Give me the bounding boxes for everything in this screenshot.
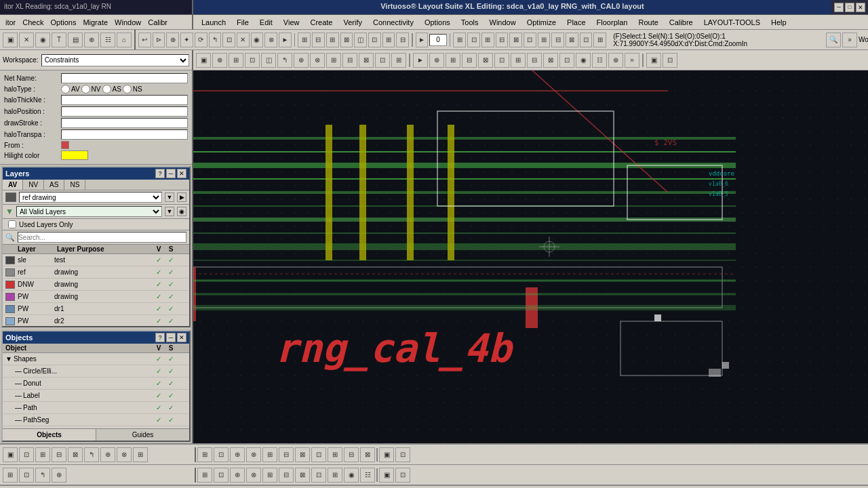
tb-zoom-7[interactable]: ⊞ (382, 33, 395, 47)
tb-nav-6[interactable]: ⊠ (509, 33, 522, 47)
halo-as[interactable]: AS (102, 85, 121, 94)
tb-nav-4[interactable]: ⊞ (481, 33, 494, 47)
tb2-20[interactable]: ⊞ (511, 53, 526, 68)
bot-main-1[interactable]: ⊞ (197, 447, 212, 462)
tb-zoom-1[interactable]: ⊞ (298, 33, 311, 47)
tb2-5[interactable]: ◫ (261, 53, 276, 68)
menu-verify[interactable]: Verify (338, 17, 368, 28)
menu-create[interactable]: Create (304, 17, 338, 28)
tb-zoom-2[interactable]: ⊟ (312, 33, 325, 47)
tb-icon-3[interactable]: ◉ (35, 33, 50, 47)
left-menu-calibr[interactable]: Calibr (145, 17, 170, 28)
tb-nav-1[interactable]: ► (416, 33, 429, 47)
tb-nav-2[interactable]: ⊞ (453, 33, 466, 47)
tb2-13[interactable]: ⊞ (391, 53, 406, 68)
search-tb-icon[interactable]: 🔍 (826, 33, 841, 47)
obj-donut[interactable]: — Donut ✓ ✓ (3, 378, 189, 390)
tb-icon-6[interactable]: ⊕ (84, 33, 99, 47)
bot2-main-2[interactable]: ⊡ (214, 468, 229, 483)
search-layers-input[interactable] (18, 232, 186, 243)
tb2-15[interactable]: ⊕ (429, 53, 444, 68)
menu-edit[interactable]: Edit (254, 17, 278, 28)
halo-nv[interactable]: NV (81, 85, 101, 94)
layer-row-dnw[interactable]: DNW drawing ✓ ✓ (3, 279, 189, 291)
tb2-22[interactable]: ⊠ (543, 53, 558, 68)
tb2-11[interactable]: ⊠ (359, 53, 374, 68)
net-name-input[interactable] (61, 73, 188, 83)
tb-extra[interactable]: » (842, 33, 857, 47)
bot2-main-3[interactable]: ⊕ (230, 468, 245, 483)
layers-tab-av[interactable]: AV (3, 180, 23, 190)
tb2-10[interactable]: ⊟ (342, 53, 357, 68)
tb-zoom-5[interactable]: ◫ (354, 33, 367, 47)
filter-expand-btn[interactable]: ▼ (165, 207, 174, 216)
menu-file[interactable]: File (231, 17, 254, 28)
menu-launch[interactable]: Launch (196, 17, 231, 28)
bot2-tb-4[interactable]: ⊕ (52, 468, 66, 483)
tb2-16[interactable]: ⊞ (446, 53, 460, 68)
bot2-main-1[interactable]: ⊞ (197, 468, 212, 483)
used-layers-checkbox[interactable] (8, 220, 16, 228)
bot2-main-9[interactable]: ⊞ (328, 468, 342, 483)
menu-help[interactable]: Help (766, 17, 792, 28)
tb-zoom-3[interactable]: ⊞ (326, 33, 339, 47)
close-button[interactable]: ✕ (856, 3, 865, 12)
tb2-4[interactable]: ⊡ (245, 53, 260, 68)
tb-main-9[interactable]: ◉ (251, 33, 264, 47)
tb-nav-8[interactable]: ⊞ (538, 33, 551, 47)
ref-drawing-select[interactable]: ref drawing (19, 192, 162, 203)
draw-stroke-input[interactable] (61, 118, 188, 128)
bot-main-3[interactable]: ⊕ (230, 447, 245, 462)
ref-more-btn[interactable]: ▶ (177, 192, 186, 202)
halo-pos-input[interactable] (61, 106, 188, 117)
obj-pathseg[interactable]: — PathSeg ✓ ✓ (3, 414, 189, 426)
tb2-8[interactable]: ⊗ (310, 53, 325, 68)
halo-ns[interactable]: NS (123, 85, 142, 94)
objects-help-btn[interactable]: ? (155, 333, 165, 342)
tb-zoom-6[interactable]: ⊡ (368, 33, 381, 47)
tb-main-5[interactable]: ⟳ (195, 33, 208, 47)
tb2-14[interactable]: ► (413, 53, 428, 68)
bot2-main-11[interactable]: ☷ (360, 468, 375, 483)
tb-icon-7[interactable]: ☷ (100, 33, 115, 47)
bot-main-11[interactable]: ⊠ (360, 447, 375, 462)
bot2-main-5[interactable]: ⊞ (262, 468, 277, 483)
tb-nav-9[interactable]: ⊟ (551, 33, 564, 47)
menu-tools[interactable]: Tools (456, 17, 484, 28)
left-menu-migrate[interactable]: Migrate (80, 17, 111, 28)
objects-min-btn[interactable]: ─ (166, 333, 176, 342)
bot2-tb-2[interactable]: ⊡ (19, 468, 34, 483)
halo-trans-input[interactable] (61, 129, 188, 140)
layer-row-pw1[interactable]: PW drawing ✓ ✓ (3, 291, 189, 303)
tb2-7[interactable]: ⊕ (294, 53, 309, 68)
bot2-main-12[interactable]: ▣ (379, 468, 394, 483)
tb2-24[interactable]: ◉ (576, 53, 591, 68)
layer-row-ref[interactable]: ref drawing ✓ ✓ (3, 266, 189, 279)
layer-row-sle[interactable]: sle test ✓ ✓ (3, 254, 189, 266)
layers-tab-as[interactable]: AS (44, 180, 64, 190)
tb-nav-12[interactable]: ⊞ (593, 33, 606, 47)
layer-row-pw2[interactable]: PW dr1 ✓ ✓ (3, 303, 189, 315)
bot-tb-2[interactable]: ⊡ (19, 447, 34, 462)
tb-main-1[interactable]: ↩ (138, 33, 151, 47)
tb-icon-4[interactable]: T (52, 33, 66, 47)
tb-zoom-4[interactable]: ⊠ (340, 33, 353, 47)
tb2-2[interactable]: ⊕ (212, 53, 227, 68)
tb2-25[interactable]: ☷ (592, 53, 607, 68)
tb2-18[interactable]: ⊠ (478, 53, 493, 68)
bot-main-10[interactable]: ⊟ (344, 447, 359, 462)
bot-main-6[interactable]: ⊟ (279, 447, 294, 462)
tb2-21[interactable]: ⊟ (527, 53, 542, 68)
tb2-23[interactable]: ⊡ (559, 53, 574, 68)
tb2-12[interactable]: ⊡ (375, 53, 390, 68)
obj-path[interactable]: — Path ✓ ✓ (3, 402, 189, 414)
bot-main-7[interactable]: ⊠ (295, 447, 310, 462)
bot2-tb-3[interactable]: ↰ (35, 468, 50, 483)
obj-circle[interactable]: — Circle/Elli... ✓ ✓ (3, 365, 189, 378)
bot-tb-3[interactable]: ⊞ (35, 447, 50, 462)
tb-icon-1[interactable]: ▣ (3, 33, 18, 47)
tb-icon-2[interactable]: ✕ (19, 33, 34, 47)
tb2-26[interactable]: ⊕ (608, 53, 623, 68)
menu-options[interactable]: Options (419, 17, 456, 28)
bot-tb-4[interactable]: ⊟ (52, 447, 66, 462)
